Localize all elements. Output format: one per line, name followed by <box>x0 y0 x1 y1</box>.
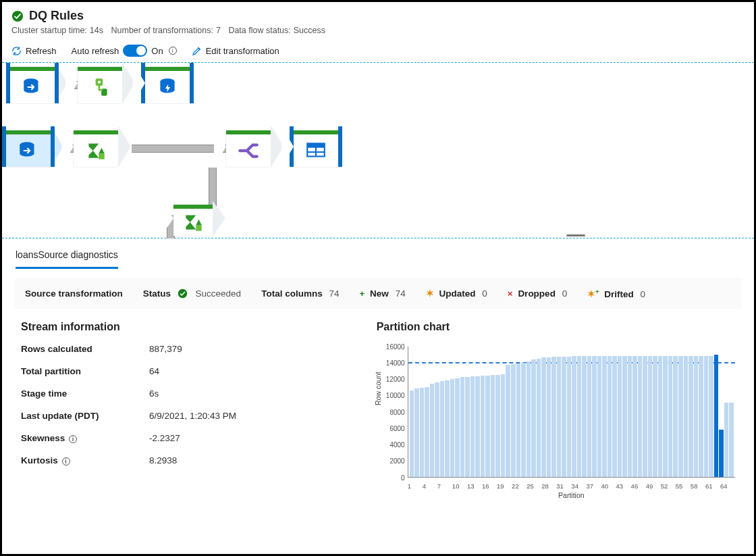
bar[interactable] <box>699 356 703 477</box>
bar[interactable] <box>663 356 668 477</box>
bar[interactable] <box>572 356 576 477</box>
bar[interactable] <box>516 363 521 477</box>
bar[interactable] <box>506 365 510 476</box>
bar[interactable] <box>582 356 587 477</box>
refresh-button[interactable]: Refresh <box>11 46 57 56</box>
tab-loanssource-diagnostics[interactable]: loansSource diagnostics <box>16 245 118 269</box>
bar[interactable] <box>491 375 495 477</box>
bar[interactable] <box>450 379 455 477</box>
bar[interactable] <box>455 378 460 477</box>
partition-chart[interactable]: Row count 020004000600080001000012000140… <box>377 344 735 499</box>
page-header: DQ Rules Cluster startup time: 14s Numbe… <box>2 2 754 39</box>
bar[interactable] <box>628 356 632 477</box>
bar[interactable] <box>638 356 643 477</box>
bar[interactable] <box>688 356 693 477</box>
auto-refresh-label: Auto refresh <box>72 46 119 56</box>
bar[interactable] <box>475 376 480 476</box>
bar[interactable] <box>694 356 699 477</box>
bar[interactable] <box>465 377 470 476</box>
bar[interactable] <box>714 355 719 477</box>
bar[interactable] <box>678 356 683 477</box>
bar[interactable] <box>704 356 709 477</box>
bar[interactable] <box>430 384 435 477</box>
bar[interactable] <box>653 356 657 477</box>
bar[interactable] <box>724 403 729 477</box>
y-tick: 0 <box>401 474 405 481</box>
x-axis-label: Partition <box>408 491 735 499</box>
bar[interactable] <box>485 376 490 477</box>
bar[interactable] <box>470 376 475 476</box>
flow-canvas[interactable] <box>2 63 754 238</box>
bar[interactable] <box>719 430 724 477</box>
bar[interactable] <box>608 356 612 477</box>
bar[interactable] <box>495 375 500 477</box>
info-icon[interactable]: i <box>69 435 77 443</box>
bar[interactable] <box>729 403 734 477</box>
auto-refresh-toggle[interactable]: Auto refresh On i <box>72 45 177 57</box>
bar[interactable] <box>577 356 582 477</box>
x-tick: 49 <box>646 482 661 490</box>
bar[interactable] <box>425 387 429 477</box>
status-success-icon <box>178 288 188 299</box>
bar[interactable] <box>547 357 551 476</box>
node-table-sink[interactable] <box>294 130 338 167</box>
bar[interactable] <box>557 357 562 476</box>
resize-grip[interactable] <box>566 234 585 236</box>
bar[interactable] <box>445 380 450 476</box>
bar[interactable] <box>618 356 622 477</box>
info-icon[interactable]: i <box>62 457 70 465</box>
bar[interactable] <box>684 356 688 477</box>
bar[interactable] <box>481 376 485 477</box>
bar[interactable] <box>648 356 653 477</box>
node-sink-1[interactable] <box>145 67 190 103</box>
bar[interactable] <box>511 364 516 476</box>
bar[interactable] <box>521 363 526 477</box>
bar[interactable] <box>414 388 419 476</box>
bar[interactable] <box>643 356 647 477</box>
bar[interactable] <box>460 377 465 476</box>
bar[interactable] <box>658 356 663 477</box>
bar[interactable] <box>602 356 607 477</box>
bar[interactable] <box>420 388 425 476</box>
bar[interactable] <box>668 356 673 477</box>
edit-transformation-button[interactable]: Edit transformation <box>192 46 279 56</box>
bar[interactable] <box>709 356 713 477</box>
bar[interactable] <box>673 356 678 477</box>
stream-information: Stream information Rows calculated887,37… <box>21 321 350 499</box>
x-tick: 16 <box>482 482 497 490</box>
bar[interactable] <box>440 381 445 476</box>
bar[interactable] <box>567 357 572 476</box>
bar[interactable] <box>562 357 566 476</box>
info-icon[interactable]: i <box>169 47 177 55</box>
node-aggregate-branch[interactable] <box>173 205 213 236</box>
node-aggregate[interactable] <box>74 130 118 167</box>
bar[interactable] <box>435 382 439 477</box>
source-transformation-label: Source transformation <box>25 288 123 299</box>
bar[interactable] <box>612 356 617 477</box>
bar[interactable] <box>592 356 597 477</box>
drift-icon: ✶+ <box>587 289 599 299</box>
svg-marker-8 <box>99 148 105 154</box>
node-split[interactable] <box>226 130 271 167</box>
bar[interactable] <box>587 356 592 477</box>
bar[interactable] <box>597 356 602 477</box>
bar[interactable] <box>501 374 506 477</box>
bar[interactable] <box>526 361 531 476</box>
x-tick: 37 <box>586 482 601 490</box>
node-source-1[interactable] <box>10 67 55 103</box>
bar[interactable] <box>531 359 536 477</box>
bar[interactable] <box>541 357 546 476</box>
node-derive[interactable] <box>78 67 122 103</box>
bar[interactable] <box>622 356 627 477</box>
bar[interactable] <box>632 356 637 477</box>
x-tick: 31 <box>556 482 571 490</box>
svg-point-0 <box>12 10 23 21</box>
x-tick: 22 <box>512 482 526 490</box>
node-source-selected[interactable] <box>6 130 51 167</box>
x-tick: 7 <box>437 482 452 490</box>
bar[interactable] <box>537 359 541 477</box>
last-update-label: Last update (PDT) <box>21 411 149 421</box>
x-tick: 61 <box>705 482 720 490</box>
bar[interactable] <box>551 357 556 476</box>
bar[interactable] <box>410 390 414 477</box>
